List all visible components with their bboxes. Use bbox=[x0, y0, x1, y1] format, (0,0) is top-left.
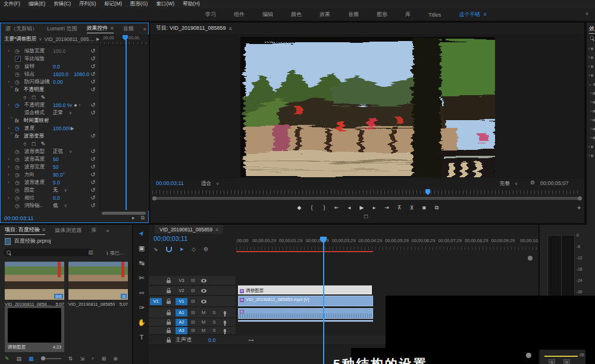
sync-lock-icon[interactable]: ⊟ bbox=[187, 278, 198, 283]
panel-menu-icon[interactable]: ≡ bbox=[483, 11, 486, 17]
go-to-in-icon[interactable]: ⇤ bbox=[333, 205, 340, 211]
stopwatch-icon[interactable]: ◷ bbox=[15, 149, 24, 155]
checkbox-checked[interactable]: ✓ bbox=[15, 56, 21, 62]
project-item-thumbnail[interactable]: ▥ bbox=[68, 262, 128, 300]
menu-item[interactable]: 文件(F) bbox=[4, 1, 20, 8]
lock-icon[interactable] bbox=[167, 301, 171, 304]
property-value[interactable]: 5.0 bbox=[53, 180, 60, 186]
effect-property-row[interactable]: ›fx不透明度↺ bbox=[1, 86, 99, 93]
track-output-eye-icon[interactable] bbox=[201, 300, 206, 303]
master-clip-label[interactable]: 主要*调整图层 bbox=[4, 36, 36, 43]
add-marker-icon[interactable]: ◆ bbox=[296, 205, 303, 211]
sync-lock-icon[interactable]: ⊟ bbox=[187, 299, 198, 304]
track-header-v3[interactable]: V3⊟ bbox=[149, 276, 236, 285]
stopwatch-icon[interactable]: ◷ bbox=[15, 203, 24, 209]
voiceover-mic-icon[interactable] bbox=[224, 321, 226, 324]
track-name-badge[interactable]: V2 bbox=[176, 287, 187, 294]
twirl-icon[interactable]: › bbox=[588, 64, 590, 68]
safe-margins-button[interactable]: □ bbox=[364, 213, 368, 219]
twirl-icon[interactable]: › bbox=[588, 145, 590, 149]
effect-property-row[interactable]: 混合模式正常∨↺ bbox=[1, 109, 99, 117]
clip-audio[interactable]: fx bbox=[238, 308, 373, 319]
pen-tool[interactable]: ✑ bbox=[133, 304, 150, 312]
linked-selection-icon[interactable]: ➤ bbox=[180, 246, 184, 252]
effects-tree-row[interactable]: › bbox=[590, 109, 595, 113]
twirl-icon[interactable]: › bbox=[590, 91, 591, 95]
hand-tool[interactable]: ✋ bbox=[133, 319, 150, 327]
effect-property-row[interactable]: ›◷波形宽度50↺ bbox=[1, 163, 99, 171]
razor-tool[interactable]: ✄ bbox=[133, 274, 150, 282]
go-to-out-icon[interactable]: ⇥ bbox=[383, 205, 390, 211]
reset-icon[interactable]: ↺ bbox=[90, 133, 95, 139]
reset-icon[interactable]: ↺ bbox=[90, 202, 95, 209]
reset-icon[interactable]: ↺ bbox=[90, 187, 95, 193]
resolution-dropdown[interactable]: 完整∨ bbox=[500, 180, 518, 187]
fit-dropdown[interactable]: 适合∨ bbox=[201, 180, 219, 187]
effects-tree-row[interactable]: › bbox=[590, 118, 595, 122]
next-keyframe-icon[interactable]: › bbox=[79, 103, 80, 107]
voiceover-mic-icon[interactable] bbox=[224, 311, 226, 315]
effect-property-row[interactable]: ›◷波形速度5.0↺ bbox=[1, 178, 99, 186]
menu-item[interactable]: 剪辑(C) bbox=[54, 1, 71, 8]
effects-tree-row[interactable]: › bbox=[588, 46, 593, 51]
lock-icon[interactable] bbox=[167, 290, 171, 293]
project-item-thumbnail[interactable]: ▥▥ bbox=[5, 262, 64, 300]
reset-icon[interactable]: ↺ bbox=[90, 71, 95, 77]
stopwatch-icon[interactable]: ◷ bbox=[15, 79, 24, 85]
keyframe-navigator[interactable]: ▶ bbox=[71, 126, 74, 131]
effects-tree-row[interactable]: › bbox=[588, 64, 593, 68]
twirl-icon[interactable]: › bbox=[588, 46, 590, 51]
reset-icon[interactable]: ↺ bbox=[90, 55, 95, 62]
lock-icon[interactable] bbox=[167, 322, 171, 325]
twirl-icon[interactable]: ⌄ bbox=[588, 82, 592, 87]
play-icon[interactable]: ▶ bbox=[358, 205, 365, 211]
panel-menu-icon[interactable]: ≡ bbox=[215, 227, 218, 233]
selection-tool[interactable]: ➤ bbox=[134, 224, 150, 242]
add-marker-icon[interactable]: ◇ bbox=[192, 246, 196, 252]
type-tool[interactable]: T bbox=[133, 334, 150, 341]
mute-button[interactable]: M bbox=[198, 310, 209, 315]
twirl-icon[interactable]: › bbox=[8, 195, 15, 200]
comparison-view-icon[interactable]: ⧉ bbox=[433, 205, 440, 211]
panel-tab[interactable]: 音频 bbox=[123, 25, 134, 33]
reset-icon[interactable]: ↺ bbox=[90, 179, 95, 186]
property-value[interactable]: 90.0° bbox=[53, 172, 65, 178]
twirl-icon[interactable]: › bbox=[8, 102, 15, 108]
clip-video[interactable]: fxVID_20190811_085859.mp4 [V] bbox=[238, 296, 373, 306]
property-value[interactable]: 50 bbox=[53, 156, 58, 162]
automate-sequence-icon[interactable]: ⇲ bbox=[80, 356, 84, 362]
stopwatch-icon[interactable]: ◷ bbox=[15, 195, 24, 201]
mask-rect-icon[interactable]: □ bbox=[32, 140, 36, 147]
property-value[interactable]: 100.0 % bbox=[53, 102, 71, 108]
effect-property-row[interactable]: ›◷旋转0.0↺ bbox=[1, 62, 99, 70]
lock-icon[interactable] bbox=[167, 312, 171, 315]
property-value-2[interactable]: 1080.0 bbox=[74, 71, 89, 77]
play-audio-icon[interactable]: ▸ bbox=[132, 215, 135, 221]
track-output-eye-icon[interactable] bbox=[201, 279, 206, 283]
reset-icon[interactable]: ↺ bbox=[90, 79, 95, 85]
workspace-tab[interactable]: 这个不错≡ bbox=[459, 11, 486, 18]
twirl-icon[interactable]: › bbox=[590, 127, 591, 131]
stopwatch-icon[interactable]: ◷ bbox=[15, 172, 24, 178]
step-forward-icon[interactable]: ▸ bbox=[371, 205, 378, 211]
mask-ellipse-icon[interactable]: ○ bbox=[23, 140, 27, 147]
master-volume-value[interactable]: 0.0 bbox=[208, 337, 216, 343]
effects-tree-row[interactable]: › bbox=[588, 73, 593, 77]
twirl-icon[interactable]: › bbox=[8, 48, 15, 54]
reset-icon[interactable]: ↺ bbox=[90, 63, 95, 70]
program-timecode[interactable]: 00;00;03;11 bbox=[156, 180, 184, 186]
menu-item[interactable]: 窗口(W) bbox=[156, 1, 174, 8]
voiceover-mic-icon[interactable] bbox=[224, 329, 226, 332]
new-bin-icon[interactable]: ⊞ bbox=[102, 356, 107, 362]
snap-icon[interactable] bbox=[166, 247, 172, 252]
writable-icon[interactable]: ✎ bbox=[5, 356, 10, 362]
panel-tab[interactable]: 媒体浏览器 bbox=[55, 227, 82, 234]
mark-out-icon[interactable]: } bbox=[321, 205, 328, 211]
workspace-tab[interactable]: 组件 bbox=[234, 11, 245, 18]
twirl-icon[interactable]: › bbox=[8, 125, 15, 131]
mask-rect-icon[interactable]: □ bbox=[32, 94, 36, 101]
menu-item[interactable]: 图形(G) bbox=[130, 1, 148, 8]
reset-icon[interactable]: ↺ bbox=[90, 164, 95, 170]
property-value[interactable]: 0.00 bbox=[53, 79, 63, 85]
track-header-v1[interactable]: V1V1⊟ bbox=[149, 296, 236, 307]
